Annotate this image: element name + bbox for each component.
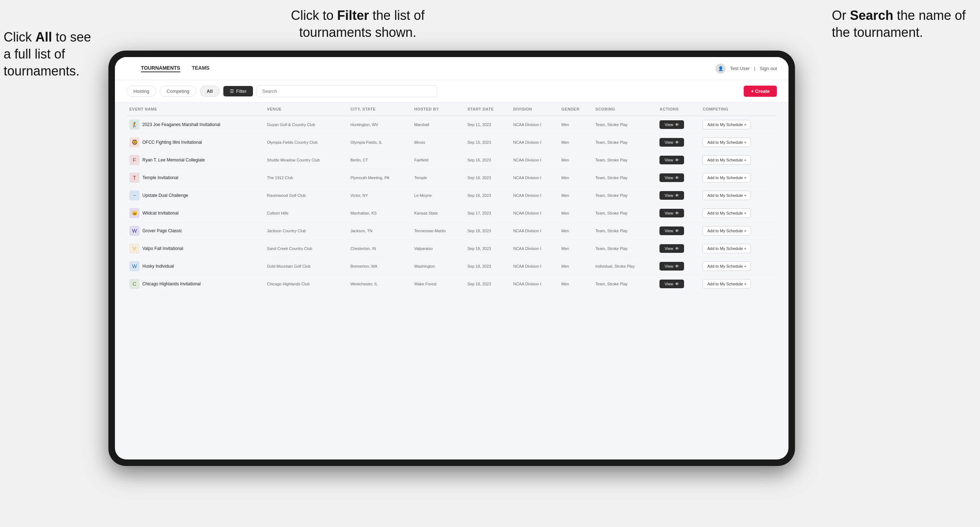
view-button[interactable]: View 👁	[659, 138, 684, 147]
add-schedule-button[interactable]: Add to My Schedule +	[703, 262, 751, 271]
view-button[interactable]: View 👁	[659, 120, 684, 129]
eye-icon: 👁	[675, 264, 679, 268]
cell-hosted-by: Kansas State	[411, 205, 465, 222]
cell-hosted-by: Le Moyne	[411, 187, 465, 205]
cell-start-date: Sep 15, 2023	[465, 133, 510, 151]
add-schedule-button[interactable]: Add to My Schedule +	[703, 279, 751, 289]
cell-gender: Men	[558, 187, 593, 205]
cell-actions: View 👁	[657, 169, 700, 187]
user-icon: 👤	[716, 63, 725, 74]
view-button[interactable]: View 👁	[659, 191, 684, 200]
cell-venue: Chicago Highlands Club	[264, 275, 348, 293]
view-button[interactable]: View 👁	[659, 262, 684, 271]
add-schedule-button[interactable]: Add to My Schedule +	[703, 138, 751, 147]
cell-venue: Olympia Fields Country Club	[264, 133, 348, 151]
cell-city-state: Manhattan, KS	[348, 205, 412, 222]
eye-icon: 👁	[675, 282, 679, 286]
eye-icon: 👁	[675, 246, 679, 251]
cell-venue: Guyan Golf & Country Club	[264, 116, 348, 133]
add-schedule-button[interactable]: Add to My Schedule +	[703, 244, 751, 253]
team-logo: W	[129, 226, 140, 236]
cell-actions: View 👁	[657, 151, 700, 169]
cell-start-date: Sep 16, 2023	[465, 169, 510, 187]
nav-links: TOURNAMENTS TEAMS	[141, 65, 716, 72]
annotation-top-center: Click to Filter the list of tournaments …	[275, 7, 441, 41]
cell-hosted-by: Washington	[411, 257, 465, 275]
cell-event-name: T Temple Invitational	[126, 169, 264, 187]
eye-icon: 👁	[675, 140, 679, 144]
col-scoring: SCORING	[593, 103, 657, 116]
table-row: ~ Upstate Dual Challenge Ravenwood Golf …	[126, 187, 777, 205]
view-button[interactable]: View 👁	[659, 227, 684, 235]
cell-start-date: Sep 11, 2023	[465, 116, 510, 133]
create-button[interactable]: + Create	[744, 86, 777, 97]
cell-city-state: Huntington, WV	[348, 116, 412, 133]
event-name: 2023 Joe Feaganes Marshall Invitational	[142, 122, 220, 127]
cell-scoring: Team, Stroke Play	[593, 151, 657, 169]
cell-city-state: Jackson, TN	[348, 222, 412, 240]
tablet-frame: TOURNAMENTS TEAMS 👤 Test User | Sign out…	[108, 51, 795, 466]
cell-hosted-by: Marshall	[411, 116, 465, 133]
cell-event-name: W Grover Page Classic	[126, 222, 264, 240]
table-row: C Chicago Highlands Invitational Chicago…	[126, 275, 777, 293]
cell-start-date: Sep 16, 2023	[465, 151, 510, 169]
add-schedule-button[interactable]: Add to My Schedule +	[703, 155, 751, 165]
nav-teams[interactable]: TEAMS	[192, 65, 210, 72]
cell-venue: Ravenwood Golf Club	[264, 187, 348, 205]
cell-gender: Men	[558, 205, 593, 222]
add-schedule-button[interactable]: Add to My Schedule +	[703, 226, 751, 235]
event-name: Grover Page Classic	[142, 228, 182, 233]
filter-button[interactable]: ☰ Filter	[223, 86, 253, 97]
view-button[interactable]: View 👁	[659, 244, 684, 253]
cell-venue: Colbert Hills	[264, 205, 348, 222]
cell-event-name: ~ Upstate Dual Challenge	[126, 187, 264, 205]
cell-event-name: V Valpo Fall Invitational	[126, 240, 264, 257]
cell-competing: Add to My Schedule +	[700, 187, 777, 205]
view-button[interactable]: View 👁	[659, 209, 684, 217]
cell-event-name: 🐱 Wildcat Invitational	[126, 205, 264, 222]
search-input[interactable]	[256, 85, 437, 97]
cell-gender: Men	[558, 275, 593, 293]
cell-start-date: Sep 16, 2023	[465, 187, 510, 205]
table-row: V Valpo Fall Invitational Sand Creek Cou…	[126, 240, 777, 257]
cell-competing: Add to My Schedule +	[700, 169, 777, 187]
add-schedule-button[interactable]: Add to My Schedule +	[703, 173, 751, 183]
view-button[interactable]: View 👁	[659, 173, 684, 182]
table-row: T Temple Invitational The 1912 Club Plym…	[126, 169, 777, 187]
team-logo: 🦁	[129, 137, 140, 148]
col-actions: ACTIONS	[657, 103, 700, 116]
col-gender: GENDER	[558, 103, 593, 116]
tab-all[interactable]: All	[200, 86, 220, 97]
cell-hosted-by: Temple	[411, 169, 465, 187]
event-name: OFCC Fighting Illini Invitational	[142, 140, 202, 145]
app-header: TOURNAMENTS TEAMS 👤 Test User | Sign out	[115, 57, 789, 80]
cell-division: NCAA Division I	[510, 275, 558, 293]
add-schedule-button[interactable]: Add to My Schedule +	[703, 191, 751, 200]
nav-tournaments[interactable]: TOURNAMENTS	[141, 65, 180, 72]
cell-competing: Add to My Schedule +	[700, 240, 777, 257]
add-schedule-button[interactable]: Add to My Schedule +	[703, 208, 751, 218]
cell-city-state: Plymouth Meeting, PA	[348, 169, 412, 187]
team-logo: T	[129, 173, 140, 183]
sign-out-link[interactable]: Sign out	[760, 66, 777, 71]
eye-icon: 👁	[675, 122, 679, 127]
eye-icon: 👁	[675, 211, 679, 215]
cell-city-state: Olympia Fields, IL	[348, 133, 412, 151]
cell-gender: Men	[558, 151, 593, 169]
tab-competing[interactable]: Competing	[160, 86, 196, 97]
cell-venue: The 1912 Club	[264, 169, 348, 187]
tab-hosting[interactable]: Hosting	[126, 86, 156, 97]
col-start-date: START DATE	[465, 103, 510, 116]
event-name: Upstate Dual Challenge	[142, 193, 188, 198]
add-schedule-button[interactable]: Add to My Schedule +	[703, 120, 751, 129]
table-container[interactable]: EVENT NAME VENUE CITY, STATE HOSTED BY S…	[115, 103, 789, 459]
cell-actions: View 👁	[657, 133, 700, 151]
cell-competing: Add to My Schedule +	[700, 151, 777, 169]
view-button[interactable]: View 👁	[659, 156, 684, 164]
cell-hosted-by: Wake Forest	[411, 275, 465, 293]
view-button[interactable]: View 👁	[659, 279, 684, 288]
cell-scoring: Team, Stroke Play	[593, 169, 657, 187]
header-right: 👤 Test User | Sign out	[716, 63, 777, 74]
cell-city-state: Chesterton, IN	[348, 240, 412, 257]
cell-hosted-by: Fairfield	[411, 151, 465, 169]
